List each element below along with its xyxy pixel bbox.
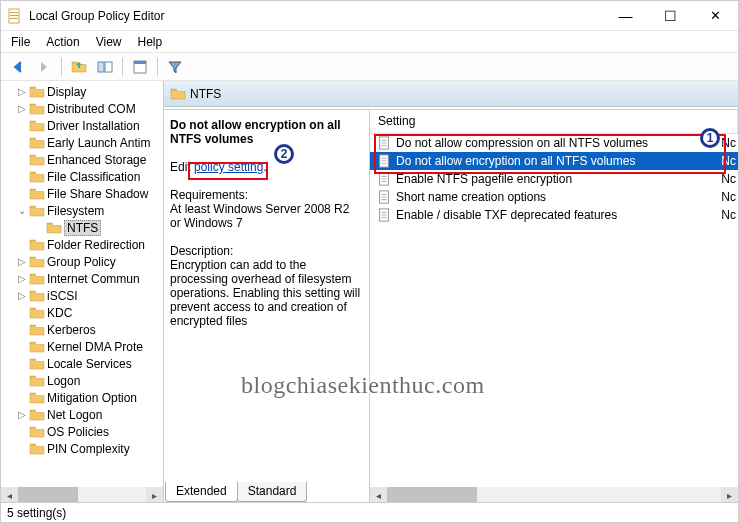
content-header-title: NTFS — [190, 87, 221, 101]
tree-item-label: Kerberos — [47, 323, 96, 337]
content-header: NTFS — [164, 81, 738, 107]
settings-list[interactable]: Setting Do not allow compression on all … — [370, 110, 738, 504]
svg-rect-9 — [105, 62, 112, 72]
tree-item-logon[interactable]: Logon — [1, 372, 163, 389]
tree-item-folder-redirection[interactable]: Folder Redirection — [1, 236, 163, 253]
folder-icon — [29, 306, 45, 320]
tree-item-label: OS Policies — [47, 425, 109, 439]
list-row[interactable]: Enable NTFS pagefile encryptionNc — [370, 170, 738, 188]
tree-item-distributed-com[interactable]: ▷Distributed COM — [1, 100, 163, 117]
description-pane: Do not allow encryption on all NTFS volu… — [164, 110, 370, 504]
tree-item-label: Mitigation Option — [47, 391, 137, 405]
folder-icon — [29, 187, 45, 201]
tree-item-label: Logon — [47, 374, 80, 388]
folder-icon — [29, 102, 45, 116]
folder-icon — [29, 289, 45, 303]
menu-view[interactable]: View — [88, 33, 130, 51]
tree-item-mitigation-option[interactable]: Mitigation Option — [1, 389, 163, 406]
properties-button[interactable] — [129, 56, 151, 78]
titlebar: Local Group Policy Editor — ☐ ✕ — [1, 1, 738, 31]
tree-item-kerberos[interactable]: Kerberos — [1, 321, 163, 338]
folder-icon — [29, 340, 45, 354]
expand-icon[interactable]: ▷ — [16, 273, 27, 284]
tree-pane[interactable]: ▷Display▷Distributed COMDriver Installat… — [1, 81, 164, 504]
menubar: File Action View Help — [1, 31, 738, 53]
tree-item-driver-installation[interactable]: Driver Installation — [1, 117, 163, 134]
description-text: Encryption can add to the processing ove… — [170, 258, 363, 328]
menu-action[interactable]: Action — [38, 33, 87, 51]
list-row[interactable]: Do not allow encryption on all NTFS volu… — [370, 152, 738, 170]
expand-icon[interactable]: ▷ — [16, 409, 27, 420]
expand-icon[interactable]: ▷ — [16, 86, 27, 97]
tree-item-os-policies[interactable]: OS Policies — [1, 423, 163, 440]
tree-item-label: PIN Complexity — [47, 442, 130, 456]
tree-item-internet-commun[interactable]: ▷Internet Commun — [1, 270, 163, 287]
tree-item-kdc[interactable]: KDC — [1, 304, 163, 321]
forward-button[interactable] — [33, 56, 55, 78]
tree-item-file-share-shadow[interactable]: File Share Shadow — [1, 185, 163, 202]
folder-icon — [29, 272, 45, 286]
filter-button[interactable] — [164, 56, 186, 78]
tree-item-group-policy[interactable]: ▷Group Policy — [1, 253, 163, 270]
list-row[interactable]: Short name creation optionsNc — [370, 188, 738, 206]
tree-item-label: File Share Shadow — [47, 187, 148, 201]
expand-icon[interactable]: ▷ — [16, 290, 27, 301]
expand-icon[interactable]: ▷ — [16, 256, 27, 267]
tree-item-label: Distributed COM — [47, 102, 136, 116]
tree-item-label: Kernel DMA Prote — [47, 340, 143, 354]
edit-policy-link[interactable]: policy setting — [194, 160, 263, 174]
maximize-button[interactable]: ☐ — [648, 1, 693, 30]
tree-item-ntfs[interactable]: NTFS — [1, 219, 163, 236]
tree-item-iscsi[interactable]: ▷iSCSI — [1, 287, 163, 304]
list-row-label: Do not allow compression on all NTFS vol… — [396, 136, 648, 150]
up-button[interactable] — [68, 56, 90, 78]
tab-standard[interactable]: Standard — [237, 482, 308, 502]
tab-extended[interactable]: Extended — [165, 482, 238, 502]
svg-rect-7 — [10, 18, 18, 19]
show-hide-button[interactable] — [94, 56, 116, 78]
policy-icon — [376, 153, 392, 169]
tree-item-filesystem[interactable]: ⌄Filesystem — [1, 202, 163, 219]
list-header[interactable]: Setting — [370, 110, 738, 134]
folder-icon — [29, 408, 45, 422]
tree-item-net-logon[interactable]: ▷Net Logon — [1, 406, 163, 423]
folder-icon — [29, 136, 45, 150]
list-row-label: Enable / disable TXF deprecated features — [396, 208, 617, 222]
minimize-button[interactable]: — — [603, 1, 648, 30]
toolbar — [1, 53, 738, 81]
close-button[interactable]: ✕ — [693, 1, 738, 30]
menu-file[interactable]: File — [3, 33, 38, 51]
list-row-label: Enable NTFS pagefile encryption — [396, 172, 572, 186]
tree-item-early-launch-antim[interactable]: Early Launch Antim — [1, 134, 163, 151]
tree-item-pin-complexity[interactable]: PIN Complexity — [1, 440, 163, 457]
menu-help[interactable]: Help — [130, 33, 171, 51]
list-row-state: Nc — [721, 172, 738, 186]
list-row[interactable]: Do not allow compression on all NTFS vol… — [370, 134, 738, 152]
tree-item-enhanced-storage[interactable]: Enhanced Storage — [1, 151, 163, 168]
app-icon — [7, 8, 23, 24]
col-setting[interactable]: Setting — [370, 110, 738, 133]
folder-icon — [29, 255, 45, 269]
tree-item-locale-services[interactable]: Locale Services — [1, 355, 163, 372]
back-button[interactable] — [7, 56, 29, 78]
list-row[interactable]: Enable / disable TXF deprecated features… — [370, 206, 738, 224]
folder-icon — [29, 391, 45, 405]
expand-icon[interactable]: ▷ — [16, 103, 27, 114]
tree-item-label: Locale Services — [47, 357, 132, 371]
tree-item-label: Internet Commun — [47, 272, 140, 286]
tree-item-label: iSCSI — [47, 289, 78, 303]
tree-item-file-classification[interactable]: File Classification — [1, 168, 163, 185]
policy-icon — [376, 207, 392, 223]
tree-item-display[interactable]: ▷Display — [1, 83, 163, 100]
requirements-heading: Requirements: — [170, 188, 363, 202]
list-row-state: Nc — [721, 190, 738, 204]
list-row-state: Nc — [721, 136, 738, 150]
collapse-icon[interactable]: ⌄ — [16, 205, 27, 216]
policy-icon — [376, 135, 392, 151]
folder-icon — [29, 153, 45, 167]
folder-icon — [29, 238, 45, 252]
tree-item-kernel-dma-prote[interactable]: Kernel DMA Prote — [1, 338, 163, 355]
description-heading: Description: — [170, 244, 363, 258]
tree-item-label: Early Launch Antim — [47, 136, 150, 150]
tree-item-label: Folder Redirection — [47, 238, 145, 252]
